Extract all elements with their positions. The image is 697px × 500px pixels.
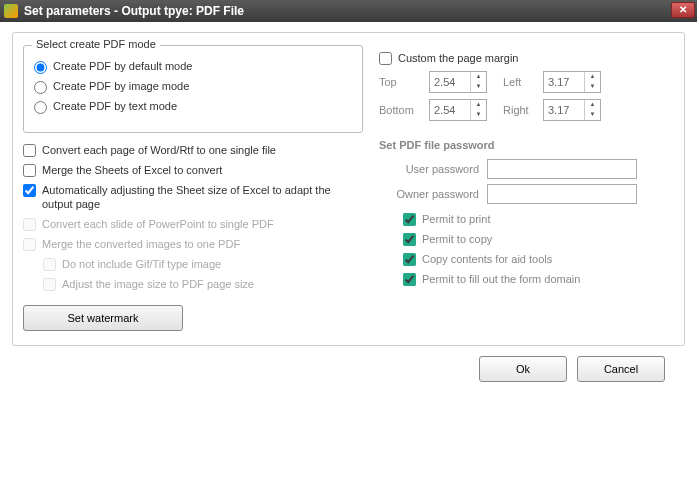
password-section-title: Set PDF file password bbox=[379, 139, 674, 151]
set-watermark-button[interactable]: Set watermark bbox=[23, 305, 183, 331]
main-panel: Select create PDF mode Create PDF by def… bbox=[12, 32, 685, 346]
chevron-up-icon[interactable]: ▲ bbox=[471, 72, 486, 82]
permit-form[interactable]: Permit to fill out the form domain bbox=[403, 272, 674, 286]
group-legend: Select create PDF mode bbox=[32, 38, 160, 50]
chevron-down-icon[interactable]: ▼ bbox=[585, 82, 600, 92]
check-auto-adjust-excel[interactable]: Automatically adjusting the Sheet size o… bbox=[23, 183, 363, 211]
check-adjust-image-size: Adjust the image size to PDF page size bbox=[43, 277, 363, 291]
check-adjust-image-size-input bbox=[43, 278, 56, 291]
permit-copy-input[interactable] bbox=[403, 233, 416, 246]
owner-password-label: Owner password bbox=[379, 188, 487, 200]
margin-top-input[interactable] bbox=[430, 74, 470, 90]
cancel-button[interactable]: Cancel bbox=[577, 356, 665, 382]
pdf-mode-group: Select create PDF mode Create PDF by def… bbox=[23, 45, 363, 133]
spinner-buttons[interactable]: ▲▼ bbox=[584, 100, 600, 120]
margin-row-top: Top ▲▼ Left ▲▼ bbox=[379, 71, 674, 93]
close-button[interactable]: ✕ bbox=[671, 2, 695, 18]
margin-bottom-spinner[interactable]: ▲▼ bbox=[429, 99, 487, 121]
app-icon bbox=[4, 4, 18, 18]
radio-default-mode[interactable]: Create PDF by default mode bbox=[34, 60, 352, 74]
window-title: Set parameters - Output tpye: PDF File bbox=[24, 4, 244, 18]
permit-aid-input[interactable] bbox=[403, 253, 416, 266]
chevron-up-icon[interactable]: ▲ bbox=[471, 100, 486, 110]
check-exclude-gif-input bbox=[43, 258, 56, 271]
chevron-down-icon[interactable]: ▼ bbox=[471, 82, 486, 92]
radio-default-input[interactable] bbox=[34, 61, 47, 74]
ok-button[interactable]: Ok bbox=[479, 356, 567, 382]
margin-bottom-label: Bottom bbox=[379, 104, 423, 116]
radio-image-input[interactable] bbox=[34, 81, 47, 94]
margin-row-bottom: Bottom ▲▼ Right ▲▼ bbox=[379, 99, 674, 121]
check-merge-images-input bbox=[23, 238, 36, 251]
check-convert-ppt: Convert each slide of PowerPoint to sing… bbox=[23, 217, 363, 231]
radio-image-mode[interactable]: Create PDF by image mode bbox=[34, 80, 352, 94]
check-custom-margin-input[interactable] bbox=[379, 52, 392, 65]
margin-left-label: Left bbox=[503, 76, 537, 88]
title-bar: Set parameters - Output tpye: PDF File ✕ bbox=[0, 0, 697, 22]
permit-copy[interactable]: Permit to copy bbox=[403, 232, 674, 246]
radio-default-label: Create PDF by default mode bbox=[53, 60, 192, 72]
radio-text-input[interactable] bbox=[34, 101, 47, 114]
margin-top-label: Top bbox=[379, 76, 423, 88]
permit-form-input[interactable] bbox=[403, 273, 416, 286]
owner-password-input[interactable] bbox=[487, 184, 637, 204]
check-merge-excel[interactable]: Merge the Sheets of Excel to convert bbox=[23, 163, 363, 177]
permit-aid[interactable]: Copy contents for aid tools bbox=[403, 252, 674, 266]
margin-right-label: Right bbox=[503, 104, 537, 116]
margin-left-input[interactable] bbox=[544, 74, 584, 90]
spinner-buttons[interactable]: ▲▼ bbox=[470, 72, 486, 92]
chevron-down-icon[interactable]: ▼ bbox=[585, 110, 600, 120]
permit-print-input[interactable] bbox=[403, 213, 416, 226]
check-custom-margin[interactable]: Custom the page margin bbox=[379, 51, 674, 65]
check-exclude-gif: Do not include Gif/Tif type image bbox=[43, 257, 363, 271]
radio-text-label: Create PDF by text mode bbox=[53, 100, 177, 112]
permit-print[interactable]: Permit to print bbox=[403, 212, 674, 226]
radio-image-label: Create PDF by image mode bbox=[53, 80, 189, 92]
check-auto-adjust-excel-input[interactable] bbox=[23, 184, 36, 197]
margin-bottom-input[interactable] bbox=[430, 102, 470, 118]
margin-right-spinner[interactable]: ▲▼ bbox=[543, 99, 601, 121]
user-password-label: User password bbox=[379, 163, 487, 175]
margin-right-input[interactable] bbox=[544, 102, 584, 118]
check-convert-word[interactable]: Convert each page of Word/Rtf to one sin… bbox=[23, 143, 363, 157]
check-convert-ppt-input bbox=[23, 218, 36, 231]
user-password-input[interactable] bbox=[487, 159, 637, 179]
dialog-footer: Ok Cancel bbox=[12, 346, 685, 382]
margin-top-spinner[interactable]: ▲▼ bbox=[429, 71, 487, 93]
user-password-row: User password bbox=[379, 159, 674, 179]
check-convert-word-input[interactable] bbox=[23, 144, 36, 157]
check-merge-images: Merge the converted images to one PDF bbox=[23, 237, 363, 251]
owner-password-row: Owner password bbox=[379, 184, 674, 204]
spinner-buttons[interactable]: ▲▼ bbox=[584, 72, 600, 92]
margin-left-spinner[interactable]: ▲▼ bbox=[543, 71, 601, 93]
check-merge-excel-input[interactable] bbox=[23, 164, 36, 177]
chevron-up-icon[interactable]: ▲ bbox=[585, 72, 600, 82]
chevron-down-icon[interactable]: ▼ bbox=[471, 110, 486, 120]
spinner-buttons[interactable]: ▲▼ bbox=[470, 100, 486, 120]
chevron-up-icon[interactable]: ▲ bbox=[585, 100, 600, 110]
radio-text-mode[interactable]: Create PDF by text mode bbox=[34, 100, 352, 114]
